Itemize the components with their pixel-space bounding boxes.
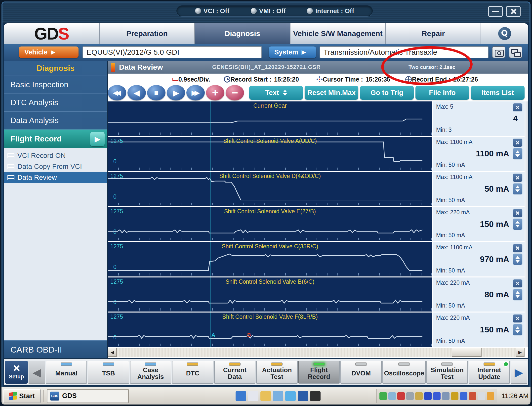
tray-icon[interactable] [478, 392, 485, 400]
cursor-line-b[interactable] [246, 172, 246, 206]
tray-icon[interactable] [460, 392, 467, 400]
quicklaunch-icon[interactable] [260, 391, 271, 401]
tab-preparation[interactable]: Preparation [100, 23, 195, 44]
go-to-trig-button[interactable]: Go to Trig [360, 86, 414, 100]
toolbar-button-actuation-test[interactable]: Actuation Test [256, 361, 297, 384]
vehicle-button[interactable]: Vehicle▶ [19, 46, 79, 58]
remove-channel-button[interactable] [513, 173, 523, 182]
window-layout-button[interactable] [509, 46, 522, 58]
cursor-line-b[interactable] [246, 313, 246, 347]
search-icon[interactable] [498, 27, 511, 40]
play-button[interactable]: ▶ [167, 85, 185, 100]
zoom-out-button[interactable]: − [226, 85, 244, 100]
sidebar-item-carb-obd2[interactable]: CARB OBD-II [4, 340, 107, 358]
tray-icon[interactable] [487, 392, 494, 400]
cursor-line-a[interactable] [210, 277, 210, 312]
vehicle-field[interactable]: EQUUS(VI)/2012/G 5.0 GDI [82, 46, 262, 58]
step-back-button[interactable]: ◀ [127, 85, 146, 100]
chart-plot[interactable]: Shift Control Solenoid Valve A(UD/C)1275… [108, 137, 432, 171]
quicklaunch-icon[interactable] [248, 391, 258, 401]
cursor-line-b[interactable] [246, 242, 246, 276]
range-adjust-button[interactable] [513, 324, 523, 336]
scroll-right-arrow[interactable]: ▶ [516, 348, 525, 357]
tray-icon[interactable] [424, 392, 432, 400]
quicklaunch-icon[interactable] [273, 391, 283, 401]
cursor-line-a[interactable] [210, 137, 210, 171]
chart-plot[interactable]: Shift Control Solenoid Valve C(35R/C)127… [108, 242, 432, 276]
remove-channel-button[interactable] [513, 103, 523, 112]
text-mode-dropdown[interactable]: Text [249, 86, 303, 100]
submenu-item-vci-record-on[interactable]: VCI Record ON [4, 150, 107, 161]
cursor-line-a[interactable] [210, 101, 210, 136]
cursor-line-b[interactable] [246, 207, 246, 241]
range-adjust-button[interactable] [513, 148, 523, 160]
toolbar-button-dtc[interactable]: DTC [172, 361, 213, 384]
tab-vehicle-s-w-management[interactable]: Vehicle S/W Management [290, 23, 386, 44]
chart-plot[interactable]: Current Gear [108, 101, 432, 136]
chart-plot[interactable]: Shift Control Solenoid Valve F(8LR/B)127… [108, 313, 432, 347]
toolbar-button-flight-record[interactable]: Flight Record [298, 361, 340, 384]
tray-icon[interactable] [442, 392, 450, 400]
range-adjust-button[interactable] [513, 289, 523, 301]
remove-channel-button[interactable] [513, 138, 523, 147]
tray-icon[interactable] [397, 392, 405, 400]
tray-icon[interactable] [451, 392, 458, 400]
scroll-left-arrow[interactable]: ◀ [108, 348, 117, 357]
sidebar-item-data-analysis[interactable]: Data Analysis [4, 111, 107, 129]
cursor-line-b[interactable] [246, 277, 246, 312]
toolbar-button-dvom[interactable]: DVOM [340, 361, 382, 384]
cursor-line-b[interactable] [246, 101, 246, 136]
range-adjust-button[interactable] [513, 218, 523, 230]
rewind-button[interactable]: ◀◀ [108, 85, 126, 100]
sidebar-item-basic-inspection[interactable]: Basic Inspection [4, 76, 107, 93]
start-button[interactable]: Start [3, 389, 41, 403]
system-field[interactable]: Transmission/Automatic Transaxle [320, 46, 489, 58]
stop-button[interactable]: ■ [147, 85, 165, 100]
toolbar-button-simulation-test[interactable]: Simulation Test [426, 361, 468, 384]
tray-icon[interactable] [469, 392, 476, 400]
tab-repair[interactable]: Repair [386, 23, 481, 44]
remove-channel-button[interactable] [513, 314, 523, 323]
chart-plot[interactable]: Shift Control Solenoid Valve B(6/C)12750 [108, 277, 432, 312]
quicklaunch-icon[interactable] [298, 391, 308, 401]
cursor-line-a[interactable] [210, 242, 210, 276]
scrollbar-thumb[interactable] [452, 348, 482, 357]
cursor-line-b[interactable] [246, 137, 246, 171]
setup-button[interactable]: Setup [5, 361, 28, 384]
tray-icon[interactable] [379, 392, 387, 400]
remove-channel-button[interactable] [513, 279, 523, 288]
scrollbar-track[interactable] [117, 348, 516, 357]
system-button[interactable]: System▶ [269, 46, 316, 58]
tray-icon[interactable] [415, 392, 423, 400]
chart-plot[interactable]: Shift Control Solenoid Valve D(4&OD/C)12… [108, 172, 432, 206]
zoom-in-button[interactable]: + [206, 85, 224, 100]
toolbar-button-current-data[interactable]: Current Data [214, 361, 255, 384]
submenu-item-data-review[interactable]: Data Review [4, 172, 107, 183]
screenshot-camera-button[interactable] [492, 46, 505, 58]
quicklaunch-icon[interactable] [310, 391, 321, 401]
cursor-line-a[interactable] [210, 172, 210, 206]
toolbar-scroll-left[interactable]: ◀ [29, 361, 45, 384]
toolbar-button-tsb[interactable]: TSB [88, 361, 129, 384]
horizontal-scrollbar[interactable]: ◀ ▶ [108, 348, 525, 357]
tray-icon[interactable] [433, 392, 441, 400]
cursor-line-a[interactable] [210, 313, 210, 347]
remove-channel-button[interactable] [513, 244, 523, 253]
minimize-button[interactable] [488, 6, 503, 17]
toolbar-button-case-analysis[interactable]: Case Analysis [130, 361, 171, 384]
quicklaunch-icon[interactable] [285, 391, 296, 401]
fast-forward-button[interactable]: ▶▶ [186, 85, 205, 100]
submenu-item-data-copy-from-vci[interactable]: Data Copy From VCI [4, 161, 107, 172]
close-button[interactable] [506, 6, 521, 17]
cursor-line-a[interactable] [210, 207, 210, 241]
items-list-button[interactable]: Items List [471, 86, 525, 100]
toolbar-button-oscilloscope[interactable]: Oscilloscope [382, 361, 426, 384]
sidebar-item-flight-record[interactable]: Flight Record ▶ [4, 129, 107, 148]
tab-diagnosis[interactable]: Diagnosis [195, 23, 290, 44]
quicklaunch-icon[interactable] [236, 391, 246, 401]
remove-channel-button[interactable] [513, 209, 523, 218]
sidebar-item-dtc-analysis[interactable]: DTC Analysis [4, 93, 107, 111]
vertical-scrollbar[interactable] [525, 101, 528, 347]
tray-icon[interactable] [388, 392, 396, 400]
range-adjust-button[interactable] [513, 183, 523, 195]
